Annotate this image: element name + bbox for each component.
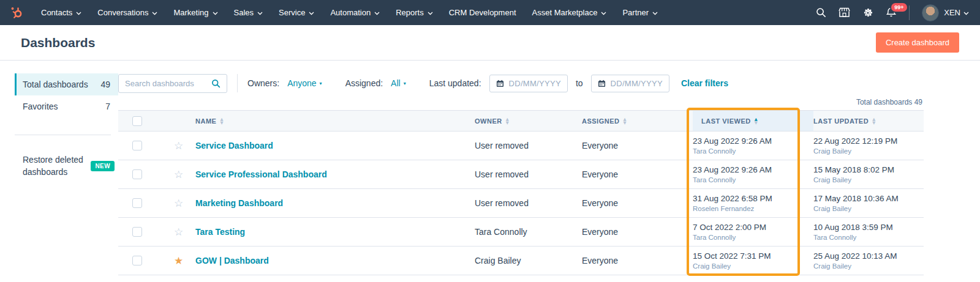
nav-utilities: 99+ XEN (816, 4, 969, 21)
nav-menu-item[interactable]: CRM Development (441, 0, 524, 25)
chevron-down-icon (963, 12, 969, 15)
column-header-last-updated[interactable]: LAST UPDATED ▲▼ (813, 111, 924, 131)
date-from-input[interactable]: DD/MM/YYYY (489, 75, 568, 92)
select-all-checkbox[interactable] (132, 116, 142, 126)
restore-deleted-label: Restore deleted dashboards (23, 154, 84, 179)
calendar-icon (496, 80, 504, 87)
chevron-down-icon (428, 12, 433, 15)
nav-menu-item[interactable]: Automation (322, 0, 388, 25)
row-checkbox[interactable] (132, 256, 142, 265)
chevron-down-icon (374, 12, 380, 15)
date-to-input[interactable]: DD/MM/YYYY (591, 75, 669, 92)
dashboard-name-link[interactable]: Service Dashboard (195, 141, 475, 150)
favorite-star-icon[interactable]: ☆ (174, 169, 195, 180)
favorite-star-icon[interactable]: ☆ (174, 198, 195, 209)
chevron-down-icon (213, 12, 218, 15)
owners-filter-dropdown[interactable]: Anyone▾ (287, 78, 322, 88)
sidebar-item-favorites[interactable]: Favorites 7 (15, 95, 118, 117)
filter-bar: Owners: Anyone▾ Assigned: All▾ Last upda… (118, 73, 924, 93)
sort-icon: ▲▼ (506, 117, 510, 125)
assigned-cell: Everyone (582, 198, 693, 208)
clear-filters-link[interactable]: Clear filters (681, 78, 728, 88)
hubspot-logo-icon[interactable] (9, 5, 24, 21)
search-dashboards-input[interactable] (125, 79, 211, 88)
column-header-assigned[interactable]: ASSIGNED ▲▼ (582, 111, 693, 131)
last-updated-cell: 10 Aug 2018 3:59 PMTara Connolly (813, 223, 924, 241)
row-checkbox[interactable] (132, 198, 142, 208)
column-header-last-viewed[interactable]: LAST VIEWED ▲▼ (693, 111, 813, 131)
notifications-bell-icon[interactable]: 99+ (886, 7, 897, 18)
nav-menu-item[interactable]: Service (271, 0, 322, 25)
sidebar: Total dashboards 49 Favorites 7 Restore … (0, 61, 118, 275)
main-panel: Owners: Anyone▾ Assigned: All▾ Last upda… (118, 61, 924, 275)
owners-filter-label: Owners: (247, 78, 279, 88)
assigned-cell: Everyone (582, 169, 693, 179)
caret-down-icon: ▾ (320, 81, 322, 86)
table-row: ☆ Marketing Dashboard User removed Every… (118, 189, 924, 218)
favorite-star-icon[interactable]: ☆ (174, 141, 195, 151)
row-checkbox[interactable] (132, 227, 142, 237)
assigned-filter-dropdown[interactable]: All▾ (391, 78, 406, 88)
last-viewed-cell: 23 Aug 2022 9:26 AMTara Connolly (693, 165, 813, 184)
row-checkbox[interactable] (132, 141, 142, 150)
calendar-icon (598, 80, 606, 87)
nav-menu-item[interactable]: Conversations (89, 0, 165, 25)
chevron-down-icon (309, 12, 314, 15)
total-dashboards-count: Total dashboards 49 (118, 98, 922, 106)
favorite-star-icon[interactable]: ☆ (174, 227, 195, 237)
owner-cell: Tara Connolly (475, 227, 582, 237)
search-dashboards-box (118, 74, 227, 93)
new-badge: NEW (91, 161, 115, 171)
dashboard-name-link[interactable]: Service Professional Dashboard (195, 169, 475, 179)
top-nav: Contacts Conversations Marketing Sales S… (0, 0, 980, 25)
chevron-down-icon (652, 12, 658, 15)
primary-nav: Contacts Conversations Marketing Sales S… (33, 0, 666, 25)
search-icon[interactable] (816, 7, 826, 18)
last-updated-cell: 15 May 2018 8:02 PMCraig Bailey (813, 165, 924, 184)
dashboard-name-link[interactable]: Tara Testing (195, 227, 475, 237)
nav-menu-item[interactable]: Contacts (33, 0, 89, 25)
create-dashboard-button[interactable]: Create dashboard (876, 32, 959, 53)
to-label: to (576, 78, 583, 88)
dashboard-name-link[interactable]: GOW | Dashboard (195, 256, 475, 265)
sidebar-item-total-dashboards[interactable]: Total dashboards 49 (15, 73, 118, 95)
nav-menu-item[interactable]: Marketing (165, 0, 225, 25)
sidebar-item-restore-deleted[interactable]: Restore deleted dashboards NEW (15, 154, 118, 179)
last-updated-cell: 25 Aug 2022 10:13 AMCraig Bailey (813, 251, 924, 270)
chevron-down-icon (76, 12, 81, 15)
chevron-down-icon (601, 12, 606, 15)
row-checkbox[interactable] (132, 169, 142, 179)
date-from-placeholder: DD/MM/YYYY (509, 79, 561, 88)
column-header-name[interactable]: NAME ▲▼ (195, 111, 475, 131)
table-row: ☆ Tara Testing Tara Connolly Everyone 7 … (118, 218, 924, 247)
table-row: ★ GOW | Dashboard Craig Bailey Everyone … (118, 247, 924, 275)
chevron-down-icon (257, 12, 263, 15)
assigned-cell: Everyone (582, 256, 693, 265)
marketplace-icon[interactable] (839, 7, 850, 18)
caret-down-icon: ▾ (404, 81, 406, 86)
account-menu[interactable]: XEN (922, 4, 969, 21)
assigned-cell: Everyone (582, 141, 693, 150)
nav-menu-item[interactable]: Partner (614, 0, 666, 25)
nav-divider (909, 6, 910, 20)
sidebar-divider (15, 135, 111, 135)
owner-cell: User removed (475, 141, 582, 150)
nav-menu-item[interactable]: Sales (226, 0, 271, 25)
search-icon[interactable] (211, 79, 221, 88)
chevron-down-icon (152, 12, 157, 15)
table-header-row: NAME ▲▼ OWNER ▲▼ ASSIGNED ▲▼ LAST VIEWED… (118, 110, 924, 132)
dashboard-name-link[interactable]: Marketing Dashboard (195, 198, 475, 208)
owner-cell: User removed (475, 198, 582, 208)
last-viewed-cell: 23 Aug 2022 9:26 AMTara Connolly (693, 136, 813, 155)
last-updated-filter-label: Last updated: (429, 78, 481, 88)
filter-divider (237, 74, 238, 92)
account-name: XEN (944, 8, 960, 17)
page-header: Dashboards Create dashboard (0, 25, 980, 61)
nav-menu-item[interactable]: Reports (388, 0, 441, 25)
column-header-owner[interactable]: OWNER ▲▼ (475, 111, 582, 131)
nav-menu-item[interactable]: Asset Marketplace (524, 0, 615, 25)
last-viewed-cell: 7 Oct 2022 2:00 PMTara Connolly (693, 223, 813, 241)
assigned-filter-label: Assigned: (345, 78, 383, 88)
settings-gear-icon[interactable] (862, 7, 873, 18)
favorite-star-icon[interactable]: ★ (174, 256, 195, 266)
